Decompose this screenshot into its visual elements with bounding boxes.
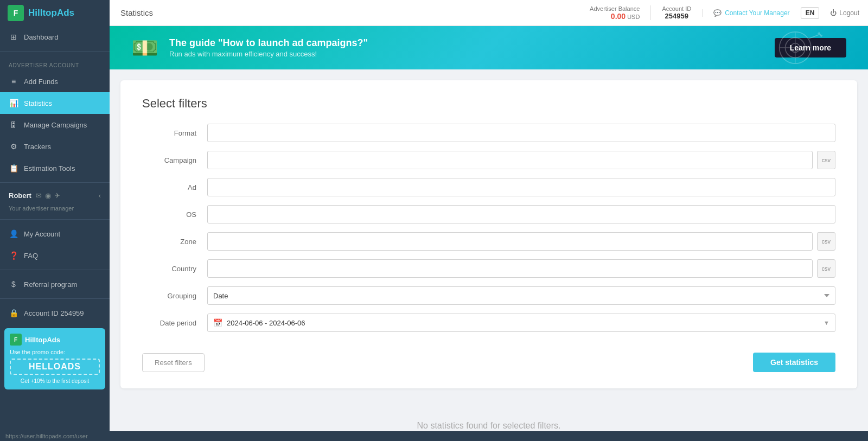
sidebar-label-faq: FAQ bbox=[24, 252, 38, 260]
format-label: Format bbox=[142, 129, 207, 137]
get-statistics-button[interactable]: Get statistics bbox=[753, 353, 835, 372]
os-input-wrap bbox=[207, 205, 835, 223]
zone-input[interactable] bbox=[207, 232, 813, 251]
grouping-input-wrap: Date Campaign Ad OS Zone Country bbox=[207, 286, 835, 305]
sidebar-item-manage-campaigns[interactable]: 🎛 Manage Campaigns bbox=[0, 114, 110, 136]
sidebar-item-add-funds[interactable]: ≡ Add Funds bbox=[0, 71, 110, 92]
sidebar-item-trackers[interactable]: ⚙ Trackers bbox=[0, 136, 110, 157]
country-input-wrap: csv bbox=[207, 259, 835, 278]
referral-icon: $ bbox=[9, 280, 18, 289]
manager-role: Your advertiser manager bbox=[0, 205, 110, 216]
os-row: OS bbox=[142, 205, 835, 223]
contact-manager-label: Contact Your Manager bbox=[725, 9, 789, 17]
sidebar-item-account-id[interactable]: 🔒 Account ID 254959 bbox=[0, 302, 110, 324]
country-input[interactable] bbox=[207, 259, 813, 278]
trackers-icon: ⚙ bbox=[9, 142, 18, 151]
campaign-row: Campaign csv bbox=[142, 151, 835, 169]
contact-manager-button[interactable]: 💬 Contact Your Manager bbox=[702, 9, 789, 17]
calendar-icon: 📅 bbox=[213, 318, 222, 327]
sidebar-label-my-account: My Account bbox=[24, 230, 60, 238]
sidebar-item-dashboard[interactable]: ⊞ Dashboard bbox=[0, 26, 110, 48]
svg-line-5 bbox=[809, 34, 820, 39]
filter-card: Select filters Format Campaign csv Ad bbox=[120, 80, 857, 388]
campaign-input[interactable] bbox=[207, 151, 813, 169]
add-funds-icon: ≡ bbox=[9, 77, 18, 86]
banner-subtitle: Run ads with maximum efficiency and succ… bbox=[169, 50, 775, 58]
manager-name: Robert bbox=[9, 191, 31, 200]
header-right: Advertiser Balance 0.00 USD Account ID 2… bbox=[590, 5, 859, 21]
ad-input-wrap bbox=[207, 178, 835, 196]
promo-code: HELLOADS bbox=[10, 359, 100, 375]
os-input[interactable] bbox=[207, 205, 835, 223]
date-period-label: Date period bbox=[142, 319, 207, 327]
date-dropdown-icon: ▼ bbox=[824, 319, 829, 326]
grouping-label: Grouping bbox=[142, 292, 207, 300]
sidebar-item-estimation-tools[interactable]: 📋 Estimation Tools bbox=[0, 157, 110, 179]
sidebar-item-referral[interactable]: $ Referral program bbox=[0, 273, 110, 295]
sidebar-label-referral: Referral program bbox=[24, 280, 77, 289]
faq-icon: ❓ bbox=[9, 251, 18, 260]
format-input[interactable] bbox=[207, 124, 835, 142]
sidebar-label-estimation-tools: Estimation Tools bbox=[24, 164, 75, 172]
ad-label: Ad bbox=[142, 183, 207, 191]
campaign-csv-badge[interactable]: csv bbox=[817, 151, 836, 169]
balance-value: 0.00 USD bbox=[590, 12, 640, 21]
page-title: Statistics bbox=[110, 8, 590, 17]
sidebar-item-statistics[interactable]: 📊 Statistics bbox=[0, 92, 110, 114]
grouping-row: Grouping Date Campaign Ad OS Zone Countr… bbox=[142, 286, 835, 305]
statistics-icon: 📊 bbox=[9, 99, 18, 107]
date-period-value: 2024-06-06 - 2024-06-06 bbox=[227, 319, 819, 327]
language-button[interactable]: EN bbox=[801, 7, 820, 19]
my-account-icon: 👤 bbox=[9, 229, 18, 238]
banner: 💵 The guide "How to launch ad campaigns?… bbox=[110, 26, 868, 69]
campaign-input-wrap: csv bbox=[207, 151, 835, 169]
promo-tagline: Use the promo code: bbox=[10, 349, 100, 355]
telegram-icon[interactable]: ✈ bbox=[54, 191, 60, 200]
balance-amount: 0.00 bbox=[611, 12, 626, 21]
promo-logo-icon: F bbox=[10, 334, 22, 346]
balance-currency: USD bbox=[627, 14, 640, 20]
status-bar: https://user.hilltopads.com/user bbox=[0, 431, 868, 441]
sidebar-item-my-account[interactable]: 👤 My Account bbox=[0, 223, 110, 245]
promo-logo-text: HilltopAds bbox=[25, 336, 60, 344]
sidebar-item-faq[interactable]: ❓ FAQ bbox=[0, 245, 110, 266]
promo-card: F HilltopAds Use the promo code: HELLOAD… bbox=[4, 328, 105, 389]
manager-section: Robert ✉ ◉ ✈ ‹ bbox=[0, 186, 110, 205]
chat-icon: 💬 bbox=[713, 9, 722, 17]
account-icon: 🔒 bbox=[9, 309, 18, 317]
account-id-area: Account ID 254959 bbox=[650, 5, 691, 20]
account-id-label: Account ID bbox=[662, 5, 691, 12]
os-label: OS bbox=[142, 210, 207, 219]
logo-area: F HilltopAds bbox=[0, 0, 110, 26]
banner-text: The guide "How to launch ad campaigns?" … bbox=[169, 37, 775, 58]
sidebar-label-manage-campaigns: Manage Campaigns bbox=[24, 121, 87, 129]
promo-description: Get +10% to the first deposit bbox=[10, 378, 100, 384]
status-url: https://user.hilltopads.com/user bbox=[5, 433, 88, 439]
sidebar-label-dashboard: Dashboard bbox=[24, 33, 59, 41]
dashboard-icon: ⊞ bbox=[9, 33, 18, 41]
date-period-row: Date period 📅 2024-06-06 - 2024-06-06 ▼ bbox=[142, 314, 835, 332]
balance-area: Advertiser Balance 0.00 USD bbox=[590, 5, 640, 21]
logout-button[interactable]: ⏻ Logout bbox=[830, 9, 859, 17]
zone-csv-badge[interactable]: csv bbox=[817, 232, 836, 251]
reset-filters-button[interactable]: Reset filters bbox=[142, 353, 205, 372]
sidebar-label-add-funds: Add Funds bbox=[24, 78, 58, 86]
account-id-value: 254959 bbox=[662, 12, 691, 20]
zone-input-wrap: csv bbox=[207, 232, 835, 251]
email-icon[interactable]: ✉ bbox=[36, 191, 42, 200]
filter-actions: Reset filters Get statistics bbox=[142, 347, 835, 372]
grouping-select[interactable]: Date Campaign Ad OS Zone Country bbox=[207, 286, 835, 305]
collapse-button[interactable]: ‹ bbox=[99, 191, 101, 200]
ad-input[interactable] bbox=[207, 178, 835, 196]
banner-decoration bbox=[770, 29, 825, 67]
logo-text: HilltopAds bbox=[28, 8, 74, 18]
skype-icon[interactable]: ◉ bbox=[45, 191, 51, 200]
banner-title: The guide "How to launch ad campaigns?" bbox=[169, 37, 775, 49]
country-row: Country csv bbox=[142, 259, 835, 278]
sidebar: ⊞ Dashboard ADVERTISER ACCOUNT ≡ Add Fun… bbox=[0, 26, 110, 441]
ad-row: Ad bbox=[142, 178, 835, 196]
date-period-picker[interactable]: 📅 2024-06-06 - 2024-06-06 ▼ bbox=[207, 314, 835, 332]
main-layout: ⊞ Dashboard ADVERTISER ACCOUNT ≡ Add Fun… bbox=[0, 26, 868, 441]
sidebar-section-label: ADVERTISER ACCOUNT bbox=[0, 55, 110, 71]
country-csv-badge[interactable]: csv bbox=[817, 259, 836, 278]
